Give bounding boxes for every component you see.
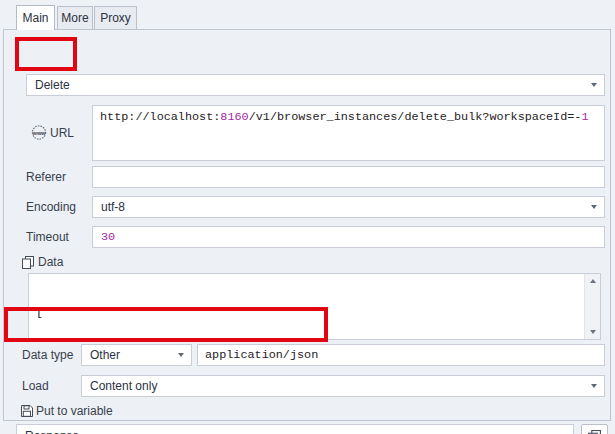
mime-type-input[interactable]: application/json xyxy=(197,344,605,366)
put-to-variable-combobox[interactable]: Response xyxy=(16,424,574,434)
referer-label: Referer xyxy=(26,170,66,184)
data-label: Data xyxy=(38,255,63,269)
data-scrollbar[interactable] xyxy=(584,274,600,339)
http-request-settings-window: Main More Proxy Delete www URL http://lo… xyxy=(0,0,615,434)
timeout-input[interactable]: 30 xyxy=(92,226,605,248)
put-to-variable-label-group: Put to variable xyxy=(21,404,113,418)
data-line: [ xyxy=(36,306,576,320)
data-editor[interactable]: [ "c98b47b8-568e-41e1-bc2c-d9e015488d0b"… xyxy=(28,273,601,340)
copy-pages-icon xyxy=(22,256,34,269)
load-label: Load xyxy=(22,379,49,393)
scroll-down-icon[interactable] xyxy=(590,330,596,334)
encoding-value: utf-8 xyxy=(93,200,125,214)
encoding-label: Encoding xyxy=(26,200,76,214)
timeout-label: Timeout xyxy=(26,230,69,244)
encoding-combobox[interactable]: utf-8 xyxy=(92,196,605,218)
url-label: URL xyxy=(50,126,74,140)
mime-type-value: application/json xyxy=(205,348,318,362)
chevron-down-icon xyxy=(591,83,597,87)
copy-pages-icon xyxy=(588,430,601,434)
chevron-down-icon xyxy=(591,384,597,388)
method-combobox[interactable]: Delete xyxy=(26,74,605,96)
chevron-down-icon xyxy=(591,205,597,209)
url-input[interactable]: http://localhost:8160/v1/browser_instanc… xyxy=(92,105,605,161)
data-type-value: Other xyxy=(82,348,120,362)
method-value: Delete xyxy=(27,78,70,92)
copy-variable-button[interactable] xyxy=(581,424,608,434)
chevron-down-icon xyxy=(178,353,184,357)
url-value: http://localhost:8160/v1/browser_instanc… xyxy=(100,110,589,124)
data-type-combobox[interactable]: Other xyxy=(81,344,192,366)
put-to-variable-label: Put to variable xyxy=(36,404,113,418)
globe-www-icon: www xyxy=(31,125,47,140)
svg-text:www: www xyxy=(32,130,46,136)
tab-main[interactable]: Main xyxy=(16,5,55,30)
referer-input[interactable] xyxy=(92,166,605,188)
tab-proxy[interactable]: Proxy xyxy=(94,6,137,29)
data-type-label: Data type xyxy=(22,348,73,362)
data-label-group: Data xyxy=(22,255,63,269)
load-value: Content only xyxy=(82,379,157,393)
load-combobox[interactable]: Content only xyxy=(81,375,605,397)
main-tab-panel: Delete www URL http://localhost:8160/v1/… xyxy=(3,29,611,421)
tab-more[interactable]: More xyxy=(57,6,93,29)
scroll-up-icon[interactable] xyxy=(590,279,596,283)
save-floppy-icon xyxy=(21,405,33,417)
url-label-group: www URL xyxy=(31,125,74,140)
put-to-variable-value: Response xyxy=(17,429,79,434)
timeout-value: 30 xyxy=(101,230,115,244)
